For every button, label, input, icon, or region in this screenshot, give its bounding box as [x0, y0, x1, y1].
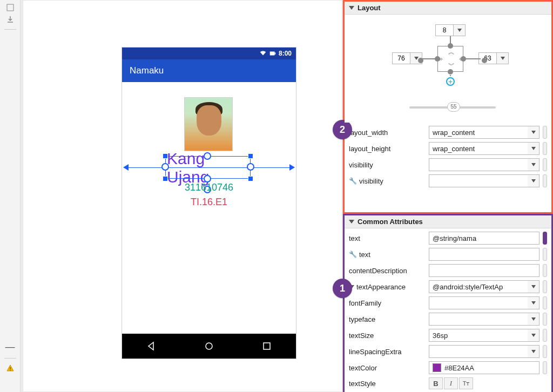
clock: 8:00	[279, 50, 292, 57]
wrench-icon: 🔧	[349, 177, 357, 185]
selection-outline[interactable]	[165, 156, 251, 179]
row-text: text @string/nama	[349, 232, 547, 245]
color-swatch[interactable]	[433, 363, 441, 372]
tools-visibility-select[interactable]	[429, 174, 539, 187]
wrench-icon: 🔧	[349, 251, 357, 258]
text-style-buttons: B I Tᴛ	[429, 377, 473, 389]
collapse-icon	[349, 220, 354, 224]
svg-rect-2	[10, 370, 10, 370]
bold-button[interactable]: B	[429, 377, 443, 389]
chevron-down-icon[interactable]	[528, 313, 539, 326]
layout-panel-header[interactable]: Layout	[345, 2, 551, 15]
add-constraint-icon[interactable]: +	[446, 77, 455, 86]
attributes-pane: Layout ︽︾	[342, 0, 553, 392]
svg-rect-6	[264, 343, 270, 349]
attr-options-button[interactable]	[543, 329, 547, 342]
row-visibility: visibility	[349, 158, 547, 171]
attr-options-button[interactable]	[543, 158, 547, 171]
common-attributes-panel: Common Attributes text @string/nama 🔧tex…	[343, 214, 553, 392]
attr-options-button[interactable]	[543, 264, 547, 277]
attr-options-button[interactable]	[543, 232, 547, 245]
annotation-1: 1	[333, 279, 352, 298]
textview-id[interactable]: 311610746	[122, 182, 296, 193]
collapse-icon	[349, 6, 354, 10]
chevron-down-icon[interactable]	[528, 296, 539, 309]
chevron-down-icon[interactable]	[528, 142, 539, 155]
app-bar: Namaku	[122, 59, 296, 82]
row-text-style: textStyle B I Tᴛ	[349, 377, 547, 389]
margin-left-input[interactable]	[392, 52, 422, 64]
profile-image[interactable]	[184, 97, 233, 151]
warning-icon[interactable]	[6, 364, 15, 373]
layout-height-select[interactable]: wrap_content	[429, 142, 539, 155]
bias-slider[interactable]: 55	[409, 102, 496, 112]
chevron-down-icon[interactable]	[528, 345, 539, 358]
allcaps-button[interactable]: Tᴛ	[459, 377, 473, 389]
android-nav-bar	[122, 334, 296, 359]
device-preview: 8:00 Namaku Kang Ujang	[122, 48, 296, 359]
attr-options-button[interactable]	[543, 345, 547, 358]
chevron-down-icon[interactable]	[454, 24, 466, 36]
chevron-down-icon[interactable]	[528, 158, 539, 171]
constraint-box[interactable]: ︽︾ »«	[437, 46, 463, 72]
visibility-select[interactable]	[429, 158, 539, 171]
row-tools-text: 🔧text	[349, 248, 547, 261]
content-description-input[interactable]	[429, 264, 539, 277]
svg-rect-0	[7, 4, 14, 11]
row-line-spacing: lineSpacingExtra	[349, 345, 547, 358]
row-layout-height: layout_height wrap_content	[349, 142, 547, 155]
chevron-down-icon[interactable]	[528, 329, 539, 342]
row-tools-visibility: 🔧visibility	[349, 174, 547, 187]
text-color-input[interactable]: #8E24AA	[429, 361, 539, 374]
attr-options-button[interactable]	[543, 248, 547, 261]
row-font-family: fontFamily	[349, 296, 547, 309]
chevron-down-icon[interactable]	[528, 280, 539, 293]
editor-gutter: —	[0, 0, 21, 392]
back-icon[interactable]	[146, 341, 157, 352]
italic-button[interactable]: I	[444, 377, 458, 389]
row-text-color: textColor #8E24AA	[349, 361, 547, 374]
recents-icon[interactable]	[261, 341, 272, 352]
text-size-select[interactable]: 36sp	[429, 329, 539, 342]
chevron-down-icon[interactable]	[528, 174, 539, 187]
text-appearance-select[interactable]: @android:style/TextAp	[429, 280, 539, 293]
attr-options-button[interactable]	[543, 126, 547, 139]
minus-icon[interactable]: —	[5, 341, 15, 353]
constraint-arrow-left	[123, 164, 129, 171]
constraint-arrow-right	[289, 164, 295, 171]
typeface-select[interactable]	[429, 313, 539, 326]
layout-width-select[interactable]: wrap_content	[429, 126, 539, 139]
row-typeface: typeface	[349, 313, 547, 326]
row-layout-width: layout_width wrap_content	[349, 126, 547, 139]
attr-options-button[interactable]	[543, 142, 547, 155]
attr-options-button[interactable]	[543, 313, 547, 326]
annotation-2: 2	[333, 120, 352, 139]
attr-options-button[interactable]	[543, 174, 547, 187]
text-input[interactable]: @string/nama	[429, 232, 539, 245]
expand-icon[interactable]	[6, 3, 15, 12]
svg-point-5	[206, 343, 212, 349]
wifi-icon	[259, 50, 267, 57]
textview-class[interactable]: TI.16.E1	[122, 197, 296, 208]
line-spacing-select[interactable]	[429, 345, 539, 358]
svg-rect-4	[274, 52, 275, 55]
margin-top-input[interactable]	[435, 24, 466, 36]
download-icon[interactable]	[6, 15, 15, 24]
attr-options-button[interactable]	[543, 280, 547, 293]
home-icon[interactable]	[204, 341, 214, 352]
row-text-appearance: textAppearance @android:style/TextAp	[349, 280, 547, 293]
tools-text-input[interactable]	[429, 248, 539, 261]
attr-options-button[interactable]	[543, 296, 547, 309]
design-canvas[interactable]: 8:00 Namaku Kang Ujang	[21, 0, 342, 392]
row-content-description: contentDescription	[349, 264, 547, 277]
attr-options-button[interactable]	[543, 361, 547, 374]
constraint-widget[interactable]: ︽︾ »« + 55	[345, 15, 551, 123]
chevron-down-icon[interactable]	[528, 126, 539, 139]
chevron-down-icon[interactable]	[497, 52, 509, 64]
status-bar: 8:00	[122, 48, 296, 59]
font-family-select[interactable]	[429, 296, 539, 309]
svg-rect-1	[10, 367, 10, 369]
row-text-size: textSize 36sp	[349, 329, 547, 342]
battery-icon	[269, 50, 276, 57]
common-panel-header[interactable]: Common Attributes	[345, 215, 551, 228]
